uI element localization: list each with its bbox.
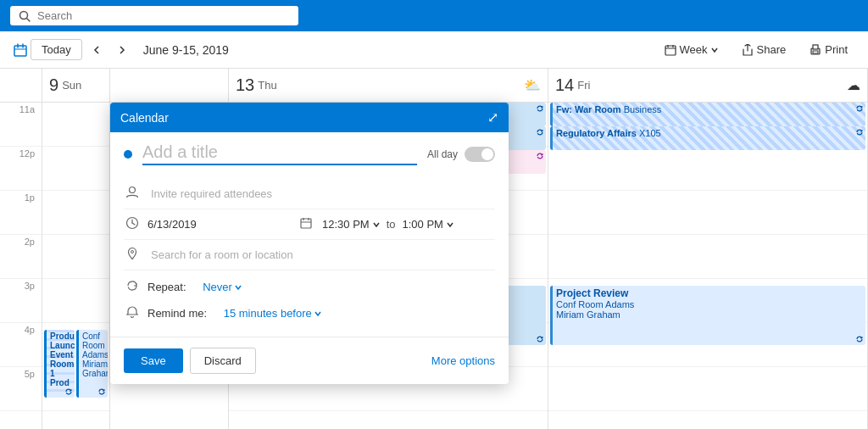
print-button[interactable]: Print xyxy=(803,40,854,59)
calendar-wrapper: 11a 12p 1p 2p 3p 4p 5p 9 Sun xyxy=(0,69,868,429)
friday-num: 14 xyxy=(555,75,574,95)
dialog-header: Calendar ⤢ xyxy=(110,103,509,132)
attendees-row xyxy=(124,179,495,209)
svg-rect-12 xyxy=(813,51,818,53)
to-label: to xyxy=(387,218,396,231)
fri-event-2[interactable]: Regulatory Affairs X105 xyxy=(550,126,865,150)
dialog-body: All day xyxy=(110,132,509,337)
dialog-title-text: Calendar xyxy=(120,111,169,125)
time-slot-5p: 5p xyxy=(0,367,42,411)
location-input[interactable] xyxy=(151,248,495,261)
sunday-num: 9 xyxy=(49,75,58,95)
sync-icon2 xyxy=(97,387,106,396)
sync-icon8 xyxy=(855,128,864,136)
calendar-icon xyxy=(14,43,27,57)
repeat-chevron-icon xyxy=(235,284,242,291)
repeat-value[interactable]: Never xyxy=(203,281,242,293)
date-input[interactable] xyxy=(147,218,290,231)
chevron-left-icon xyxy=(92,45,101,55)
sunday-header: 9 Sun xyxy=(42,69,109,103)
save-button[interactable]: Save xyxy=(124,348,183,373)
clock-icon xyxy=(124,216,141,232)
new-event-dialog: Calendar ⤢ All day xyxy=(110,103,509,384)
date-range: June 9-15, 2019 xyxy=(143,43,229,57)
search-input[interactable] xyxy=(37,9,275,22)
search-box[interactable] xyxy=(10,6,298,25)
svg-point-23 xyxy=(131,251,134,254)
hidden-header xyxy=(110,69,228,103)
allday-label: All day xyxy=(427,148,458,160)
location-row xyxy=(124,240,495,270)
toggle-thumb xyxy=(481,148,493,160)
svg-rect-19 xyxy=(301,219,311,228)
discard-button[interactable]: Discard xyxy=(190,348,256,374)
thursday-num: 13 xyxy=(236,75,254,95)
svg-rect-11 xyxy=(813,45,818,49)
time-slot-3p: 3p xyxy=(0,279,42,323)
repeat-label: Repeat: xyxy=(147,281,186,293)
end-time-select[interactable]: 1:00 PM xyxy=(403,218,453,231)
chevron-right-icon xyxy=(118,45,126,55)
allday-toggle[interactable] xyxy=(465,147,495,162)
svg-rect-6 xyxy=(665,46,676,55)
remind-value[interactable]: 15 minutes before xyxy=(224,307,322,320)
end-time-down-icon xyxy=(447,221,453,228)
svg-point-15 xyxy=(130,187,136,193)
top-bar xyxy=(0,0,868,31)
sunday-name: Sun xyxy=(62,79,81,92)
repeat-icon xyxy=(124,279,141,295)
event-title-input[interactable] xyxy=(142,142,417,165)
sunday-slots: Produc Launch Event Room 1 Prod Conf Roo… xyxy=(42,103,109,411)
event-sun-2[interactable]: Conf Room Adams Miriam Graham xyxy=(76,330,108,398)
more-options-button[interactable]: More options xyxy=(431,354,495,367)
title-dot xyxy=(124,150,132,159)
thursday-weather: ⛅ xyxy=(524,77,541,93)
sync-icon4 xyxy=(536,128,544,136)
action-row: Save Discard More options xyxy=(110,337,509,384)
bell-icon xyxy=(124,305,141,321)
today-button[interactable]: Today xyxy=(31,39,82,60)
sync-icon9 xyxy=(855,335,864,343)
person-icon xyxy=(124,186,141,202)
calendar-week-icon xyxy=(665,44,676,56)
share-button[interactable]: Share xyxy=(735,40,793,59)
event-sun-1[interactable]: Produc Launch Event Room 1 Prod xyxy=(44,330,75,398)
datetime-row: 12:30 PM to 1:00 PM xyxy=(124,209,495,240)
thursday-name: Thu xyxy=(258,79,276,92)
print-label: Print xyxy=(825,43,848,56)
nav-bar: Today June 9-15, 2019 Week xyxy=(0,31,868,69)
time-slot-4p: 4p xyxy=(0,323,42,367)
start-time-value: 12:30 PM xyxy=(322,218,370,231)
start-time-select[interactable]: 12:30 PM xyxy=(322,218,380,231)
svg-rect-2 xyxy=(14,46,26,56)
week-button[interactable]: Week xyxy=(658,40,725,59)
time-down-icon xyxy=(373,221,380,228)
fri-event-project-review[interactable]: Project Review Conf Room Adams Miriam Gr… xyxy=(550,286,865,345)
friday-weather: ☁ xyxy=(847,77,860,93)
time-slot-11a: 11a xyxy=(0,103,42,147)
forward-button[interactable] xyxy=(111,42,133,58)
friday-name: Fri xyxy=(577,79,590,92)
title-row: All day xyxy=(124,142,495,165)
remind-chevron-icon xyxy=(314,310,321,317)
attendees-input[interactable] xyxy=(151,187,495,200)
sync-icon xyxy=(64,387,73,396)
repeat-row: Repeat: Never xyxy=(124,274,495,300)
sync-icon5 xyxy=(536,152,544,160)
remind-label: Remind me: xyxy=(147,307,207,320)
back-button[interactable] xyxy=(86,42,108,58)
sync-icon7 xyxy=(855,104,864,113)
day-col-friday: 14 Fri ☁ Fw: War Room Business xyxy=(548,69,868,429)
search-icon xyxy=(19,10,31,22)
time-slot-1p: 1p xyxy=(0,191,42,235)
time-gutter: 11a 12p 1p 2p 3p 4p 5p xyxy=(0,69,42,429)
calendar-picker-icon[interactable] xyxy=(300,217,312,231)
day-col-sunday: 9 Sun Produc Launch Event Room 1 Prod Co… xyxy=(42,69,110,429)
dialog-expand-button[interactable]: ⤢ xyxy=(487,109,498,125)
end-time-value: 1:00 PM xyxy=(403,218,443,231)
share-icon xyxy=(742,44,754,56)
friday-slots: Fw: War Room Business Regulatory Affairs… xyxy=(548,103,867,411)
week-label: Week xyxy=(680,43,708,56)
fri-event-1[interactable]: Fw: War Room Business xyxy=(550,103,865,126)
time-slot-2p: 2p xyxy=(0,235,42,279)
